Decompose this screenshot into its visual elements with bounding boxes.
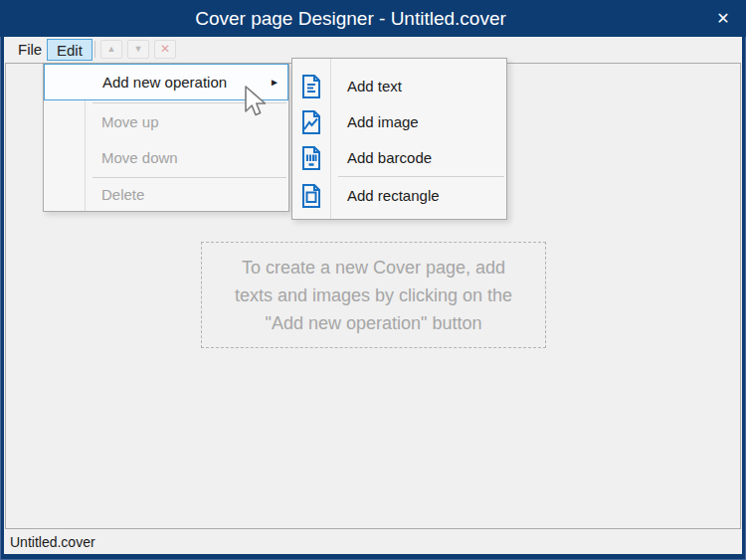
submenu-item-label: Add text xyxy=(347,69,402,104)
empty-canvas-placeholder: To create a new Cover page, add texts an… xyxy=(201,242,546,348)
menu-item-label: Delete xyxy=(101,179,144,211)
menu-edit[interactable]: Edit xyxy=(47,39,93,61)
document-rectangle-icon xyxy=(298,183,324,209)
submenu-item-label: Add barcode xyxy=(347,140,432,176)
menu-separator xyxy=(93,102,286,103)
menu-item-add-new-operation[interactable]: Add new operation ► xyxy=(44,64,288,100)
document-image-icon xyxy=(298,109,324,135)
move-up-icon[interactable]: ▲ xyxy=(100,40,122,59)
menu-separator xyxy=(338,176,504,177)
menu-item-label: Add new operation xyxy=(102,65,227,99)
move-down-icon[interactable]: ▼ xyxy=(127,40,149,59)
placeholder-line: To create a new Cover page, add xyxy=(202,254,545,281)
edit-dropdown-menu: Add new operation ► Move up Move down De… xyxy=(43,63,289,212)
document-barcode-icon xyxy=(298,145,324,171)
menubar-separator xyxy=(94,41,95,58)
app-window: Cover page Designer - Untitled.cover ✕ T… xyxy=(0,0,746,560)
document-text-icon xyxy=(298,74,324,99)
status-bar: Untitled.cover xyxy=(4,530,742,554)
submenu-item-label: Add rectangle xyxy=(347,178,440,214)
menu-item-label: Move up xyxy=(101,104,159,140)
add-operation-submenu: Add text Add image Add barcode Add rec xyxy=(291,58,507,220)
menu-item-delete[interactable]: Delete xyxy=(44,179,288,211)
placeholder-line: "Add new operation" button xyxy=(202,309,545,337)
placeholder-line: texts and images by clicking on the xyxy=(202,281,545,309)
delete-icon[interactable]: ✕ xyxy=(154,40,176,59)
menu-item-label: Move down xyxy=(101,140,178,176)
submenu-item-label: Add image xyxy=(347,104,419,140)
title-bar: Cover page Designer - Untitled.cover ✕ xyxy=(0,0,746,37)
submenu-arrow-icon: ► xyxy=(270,65,280,99)
status-filename: Untitled.cover xyxy=(10,534,95,550)
menu-file[interactable]: File xyxy=(10,39,50,61)
submenu-item-add-rectangle[interactable]: Add rectangle xyxy=(292,178,506,214)
window-title: Cover page Designer - Untitled.cover xyxy=(0,0,701,37)
submenu-item-add-barcode[interactable]: Add barcode xyxy=(292,140,506,176)
submenu-item-add-image[interactable]: Add image xyxy=(292,104,506,140)
menu-item-move-up[interactable]: Move up xyxy=(44,104,288,140)
menu-separator xyxy=(93,177,286,178)
menu-item-move-down[interactable]: Move down xyxy=(44,140,288,176)
close-icon[interactable]: ✕ xyxy=(707,4,739,33)
submenu-item-add-text[interactable]: Add text xyxy=(292,69,506,104)
